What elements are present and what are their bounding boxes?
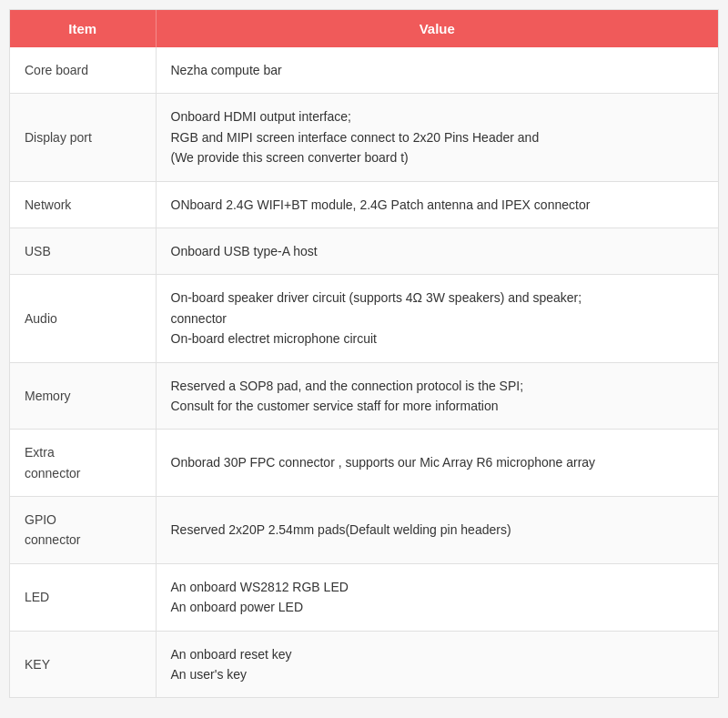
row-item-label: KEY: [10, 631, 156, 697]
header-item: Item: [10, 10, 156, 47]
row-value: Reserved 2x20P 2.54mm pads(Default weldi…: [156, 497, 718, 564]
table-row: Core boardNezha compute bar: [10, 47, 718, 94]
row-item-label: Network: [10, 181, 156, 228]
table-row: ExtraconnectorOnborad 30P FPC connector …: [10, 430, 718, 497]
table-row: Display portOnboard HDMI output interfac…: [10, 94, 718, 181]
row-value: Onborad 30P FPC connector , supports our…: [156, 430, 718, 497]
spec-table: Item Value Core boardNezha compute barDi…: [9, 9, 719, 698]
row-value: Onboard USB type-A host: [156, 228, 718, 274]
table-row: NetworkONboard 2.4G WIFI+BT module, 2.4G…: [10, 181, 718, 228]
table-row: USBOnboard USB type-A host: [10, 228, 718, 274]
row-item-label: GPIOconnector: [10, 497, 156, 564]
row-item-label: Core board: [10, 47, 156, 94]
table-header-row: Item Value: [10, 10, 718, 47]
table-row: MemoryReserved a SOP8 pad, and the conne…: [10, 362, 718, 430]
row-value: Onboard HDMI output interface;RGB and MI…: [156, 94, 718, 181]
table-row: LEDAn onboard WS2812 RGB LEDAn onboard p…: [10, 563, 718, 631]
table-row: KEYAn onboard reset keyAn user's key: [10, 631, 718, 697]
row-item-label: USB: [10, 228, 156, 274]
table-row: AudioOn-board speaker driver circuit (su…: [10, 275, 718, 362]
table-row: GPIOconnectorReserved 2x20P 2.54mm pads(…: [10, 497, 718, 564]
row-item-label: Audio: [10, 275, 156, 362]
row-item-label: Extraconnector: [10, 430, 156, 497]
row-item-label: Display port: [10, 94, 156, 181]
header-value: Value: [156, 10, 718, 47]
row-item-label: LED: [10, 563, 156, 631]
row-value: An onboard WS2812 RGB LEDAn onboard powe…: [156, 563, 718, 631]
row-value: On-board speaker driver circuit (support…: [156, 275, 718, 362]
row-value: ONboard 2.4G WIFI+BT module, 2.4G Patch …: [156, 181, 718, 228]
row-value: An onboard reset keyAn user's key: [156, 631, 718, 697]
row-value: Nezha compute bar: [156, 47, 718, 94]
row-value: Reserved a SOP8 pad, and the connection …: [156, 362, 718, 430]
row-item-label: Memory: [10, 362, 156, 430]
